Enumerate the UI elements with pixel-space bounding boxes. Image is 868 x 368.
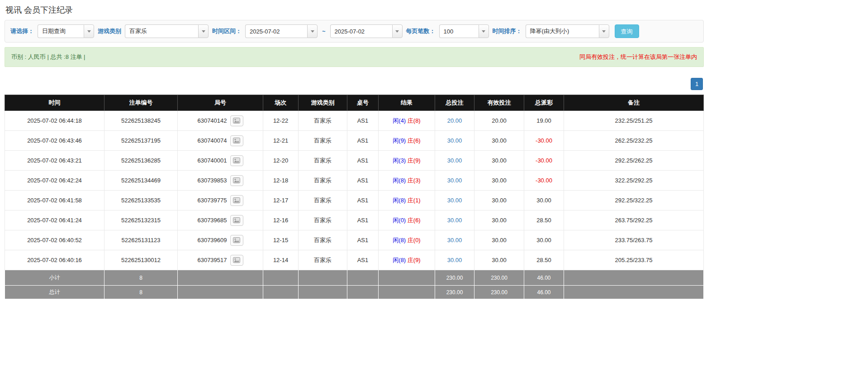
- footer-empty-cell: [299, 286, 347, 299]
- cell-time: 2025-07-02 06:41:58: [5, 191, 104, 210]
- cell-result: 闲(9) 庄(6): [379, 131, 435, 151]
- total-bet-link[interactable]: 30.00: [447, 257, 462, 263]
- cell-bet-id: 522625130012: [104, 250, 178, 270]
- column-header: 场次: [263, 95, 299, 111]
- result-player: 闲(8): [393, 237, 406, 244]
- time-sort-input[interactable]: [526, 24, 599, 38]
- round-result-image-button[interactable]: [230, 195, 243, 206]
- cell-payout: -30.00: [524, 171, 564, 191]
- result-player: 闲(4): [393, 117, 406, 124]
- column-header: 备注: [564, 95, 704, 111]
- total-bet-link[interactable]: 30.00: [447, 137, 462, 144]
- page-button-1[interactable]: 1: [691, 78, 703, 90]
- game-type-combo: [125, 24, 209, 38]
- chevron-down-icon: [482, 30, 485, 33]
- page-size-dropdown-button[interactable]: [479, 24, 489, 38]
- cell-result: 闲(4) 庄(8): [379, 111, 435, 131]
- picture-icon: [233, 118, 240, 124]
- result-player: 闲(9): [393, 137, 406, 144]
- column-header: 时间: [5, 95, 104, 111]
- date-from-input[interactable]: [245, 24, 307, 38]
- cell-payout: 28.50: [524, 210, 564, 230]
- date-from-dropdown-button[interactable]: [307, 24, 318, 38]
- footer-valid-bet: 230.00: [474, 286, 524, 299]
- column-header: 总派彩: [524, 95, 564, 111]
- search-button[interactable]: 查询: [615, 24, 639, 38]
- round-result-image-button[interactable]: [230, 235, 243, 246]
- total-bet-link[interactable]: 20.00: [447, 117, 462, 124]
- game-type-input[interactable]: [125, 24, 198, 38]
- round-result-image-button[interactable]: [230, 255, 243, 266]
- round-result-image-button[interactable]: [230, 175, 243, 186]
- time-sort-dropdown-button[interactable]: [599, 24, 609, 38]
- cell-table-no: AS1: [347, 151, 379, 171]
- game-type-label: 游戏类别: [98, 27, 121, 35]
- total-bet-link[interactable]: 30.00: [447, 157, 462, 164]
- summary-bar: 币别 : 人民币 | 总共 :8 注单 | 同局有效投注，统一计算在该局第一张注…: [5, 47, 704, 67]
- summary-currency-count: 币别 : 人民币 | 总共 :8 注单 |: [11, 53, 85, 61]
- cell-session: 12-17: [263, 191, 299, 210]
- chevron-down-icon: [395, 30, 399, 33]
- time-sort-label: 时间排序：: [493, 27, 522, 35]
- game-type-dropdown-button[interactable]: [198, 24, 209, 38]
- total-bet-link[interactable]: 30.00: [447, 197, 462, 204]
- cell-remark: 322.25/292.25: [564, 171, 704, 191]
- table-footer-row: 总计 8 230.00 230.00 46.00: [5, 286, 704, 299]
- range-separator: ~: [322, 28, 326, 35]
- cell-round: 630739853: [178, 171, 263, 191]
- result-banker: 庄(9): [408, 257, 421, 263]
- cell-table-no: AS1: [347, 171, 379, 191]
- round-result-image-button[interactable]: [230, 135, 243, 146]
- cell-session: 12-15: [263, 230, 299, 250]
- total-bet-link[interactable]: 30.00: [447, 217, 462, 224]
- cell-session: 12-16: [263, 210, 299, 230]
- cell-valid-bet: 20.00: [474, 111, 524, 131]
- cell-round: 630739685: [178, 210, 263, 230]
- cell-round: 630740001: [178, 151, 263, 171]
- cell-game-type: 百家乐: [299, 210, 347, 230]
- cell-game-type: 百家乐: [299, 250, 347, 270]
- cell-remark: 262.25/232.25: [564, 131, 704, 151]
- select-type-input[interactable]: [38, 24, 84, 38]
- total-bet-link[interactable]: 30.00: [447, 237, 462, 244]
- page-size-input[interactable]: [439, 24, 479, 38]
- cell-result: 闲(8) 庄(3): [379, 171, 435, 191]
- cell-total-bet: 30.00: [435, 230, 474, 250]
- date-to-input[interactable]: [330, 24, 392, 38]
- round-result-image-button[interactable]: [230, 215, 243, 226]
- column-header: 有效投注: [474, 95, 524, 111]
- round-number: 630739775: [197, 197, 227, 204]
- round-number: 630740074: [197, 137, 227, 144]
- page-size-combo: [439, 24, 489, 38]
- cell-round: 630740074: [178, 131, 263, 151]
- footer-label: 小计: [5, 270, 104, 286]
- cell-result: 闲(8) 庄(0): [379, 230, 435, 250]
- select-type-dropdown-button[interactable]: [84, 24, 94, 38]
- date-to-dropdown-button[interactable]: [392, 24, 403, 38]
- cell-total-bet: 30.00: [435, 210, 474, 230]
- picture-icon: [233, 237, 240, 243]
- filter-bar: 请选择： 游戏类别 时间区间： ~ 每页笔数： 时间排序：: [5, 20, 704, 43]
- cell-total-bet: 30.00: [435, 250, 474, 270]
- cell-round: 630740142: [178, 111, 263, 131]
- pagination: 1: [5, 78, 703, 90]
- round-result-image-button[interactable]: [230, 155, 243, 166]
- cell-session: 12-22: [263, 111, 299, 131]
- round-result-image-button[interactable]: [230, 115, 243, 126]
- cell-total-bet: 30.00: [435, 171, 474, 191]
- footer-empty-cell: [564, 286, 704, 299]
- cell-session: 12-18: [263, 171, 299, 191]
- cell-game-type: 百家乐: [299, 171, 347, 191]
- cell-valid-bet: 30.00: [474, 230, 524, 250]
- result-player: 闲(8): [393, 257, 406, 263]
- betting-records-table: 时间注单编号局号场次游戏类别桌号结果总投注有效投注总派彩备注 2025-07-0…: [5, 95, 704, 299]
- cell-result: 闲(8) 庄(9): [379, 250, 435, 270]
- cell-round: 630739775: [178, 191, 263, 210]
- total-bet-link[interactable]: 30.00: [447, 177, 462, 184]
- round-number: 630740001: [197, 157, 227, 164]
- cell-total-bet: 30.00: [435, 151, 474, 171]
- footer-count: 8: [104, 286, 178, 299]
- result-banker: 庄(6): [408, 137, 421, 144]
- footer-payout: 46.00: [524, 286, 564, 299]
- footer-empty-cell: [263, 286, 299, 299]
